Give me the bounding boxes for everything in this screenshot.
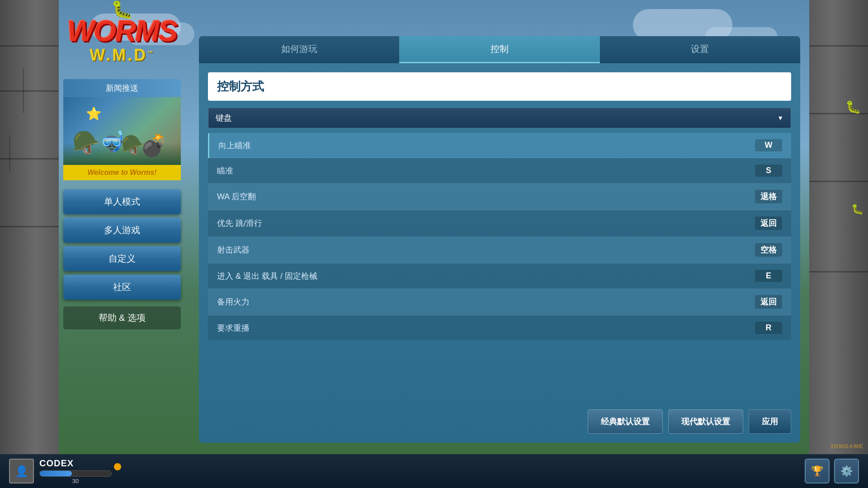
notification-dot [114, 463, 121, 470]
news-title: 新闻推送 [63, 79, 181, 97]
control-method-dropdown[interactable]: 键盘 ▼ [208, 108, 791, 128]
section-header: 控制方式 [208, 72, 791, 101]
control-action: WA 后空翻 [217, 191, 256, 202]
control-key: E [755, 270, 782, 282]
control-row[interactable]: 瞄准 S [208, 158, 791, 183]
logo-worms: WORMS [67, 17, 177, 46]
watermark: 3DMGAME [830, 443, 863, 450]
control-method-row: 键盘 ▼ [208, 108, 791, 128]
control-key: W [755, 139, 782, 151]
classic-default-button[interactable]: 经典默认设置 [588, 409, 663, 434]
control-action: 优先 跳/滑行 [217, 218, 262, 229]
control-row[interactable]: 向上瞄准 W [208, 133, 791, 158]
logo-wmd: W.M.D™ [67, 46, 177, 65]
control-key: S [755, 164, 782, 177]
control-action: 进入 & 退出 载具 / 固定枪械 [217, 271, 317, 282]
user-info: CODEX 30 [39, 458, 112, 484]
user-avatar: 👤 [9, 459, 34, 483]
single-player-button[interactable]: 单人模式 [63, 189, 181, 214]
xp-bar [40, 471, 72, 476]
user-level: 30 [39, 478, 112, 484]
bottom-buttons: 经典默认设置 现代默认设置 应用 [208, 409, 791, 434]
controls-list-wrapper: 向上瞄准 W 瞄准 S WA 后空翻 退格 优先 跳/滑行 返回 射击武器 空格… [208, 133, 791, 403]
username: CODEX [39, 458, 112, 469]
community-button[interactable]: 社区 [63, 275, 181, 300]
control-row[interactable]: WA 后空翻 退格 [208, 183, 791, 210]
control-row[interactable]: 射击武器 空格 [208, 237, 791, 263]
tab-controls[interactable]: 控制 [399, 36, 599, 63]
settings-button[interactable]: ⚙️ [834, 459, 859, 483]
help-options-button[interactable]: 帮助 & 选项 [63, 306, 181, 329]
tab-how-to-play[interactable]: 如何游玩 [199, 36, 399, 63]
control-action: 向上瞄准 [218, 140, 251, 151]
control-row[interactable]: 要求重播 R [208, 315, 791, 341]
logo-area: 🐛 WORMS W.M.D™ [63, 5, 181, 77]
news-section: 新闻推送 🪖 🤿 💣 🪖 ⭐ Welcome to Worms! [63, 79, 181, 180]
content-area: 控制方式 键盘 ▼ 向上瞄准 W 瞄准 S WA 后空翻 退格 优先 跳/滑行 … [199, 63, 800, 443]
wall-right [809, 0, 868, 488]
bottom-bar-icons: 🏆 ⚙️ [805, 459, 859, 483]
tabs-row: 如何游玩 控制 设置 [199, 36, 800, 63]
worm-right-bottom: 🐛 [851, 203, 863, 215]
dropdown-arrow-icon: ▼ [777, 114, 783, 122]
section-title: 控制方式 [217, 80, 264, 93]
control-key: 返回 [755, 295, 782, 309]
control-action: 要求重播 [217, 323, 250, 333]
menu-buttons: 单人模式 多人游戏 自定义 社区 [63, 189, 181, 300]
control-key: 返回 [755, 216, 782, 230]
main-panel: 如何游玩 控制 设置 控制方式 键盘 ▼ 向上瞄准 W 瞄准 S WA 后空翻 … [199, 36, 800, 443]
dropdown-label: 键盘 [216, 113, 232, 123]
news-image: 🪖 🤿 💣 🪖 ⭐ [63, 97, 181, 165]
controls-list: 向上瞄准 W 瞄准 S WA 后空翻 退格 优先 跳/滑行 返回 射击武器 空格… [208, 133, 791, 341]
control-row[interactable]: 进入 & 退出 载具 / 固定枪械 E [208, 263, 791, 289]
control-row[interactable]: 优先 跳/滑行 返回 [208, 210, 791, 237]
tab-settings[interactable]: 设置 [600, 36, 800, 63]
control-row[interactable]: 备用火力 返回 [208, 289, 791, 315]
control-key: 空格 [755, 243, 782, 257]
news-welcome[interactable]: Welcome to Worms! [63, 165, 181, 180]
achievements-button[interactable]: 🏆 [805, 459, 830, 483]
multiplayer-button[interactable]: 多人游戏 [63, 218, 181, 243]
worm-right-top: 🐛 [845, 99, 861, 114]
wall-left [0, 0, 59, 488]
bottom-bar: 👤 CODEX 30 🏆 ⚙️ [0, 454, 868, 488]
left-panel: 🐛 WORMS W.M.D™ 新闻推送 🪖 🤿 💣 🪖 ⭐ Welcome to… [59, 0, 185, 454]
modern-default-button[interactable]: 现代默认设置 [668, 409, 743, 434]
xp-bar-container [39, 470, 112, 477]
control-action: 射击武器 [217, 244, 250, 255]
control-key: R [755, 322, 782, 334]
customize-button[interactable]: 自定义 [63, 246, 181, 271]
control-key: 退格 [755, 190, 782, 203]
control-action: 瞄准 [217, 165, 233, 176]
controls-list-scroll[interactable]: 向上瞄准 W 瞄准 S WA 后空翻 退格 优先 跳/滑行 返回 射击武器 空格… [208, 133, 791, 403]
control-action: 备用火力 [217, 296, 250, 307]
apply-button[interactable]: 应用 [749, 409, 791, 434]
